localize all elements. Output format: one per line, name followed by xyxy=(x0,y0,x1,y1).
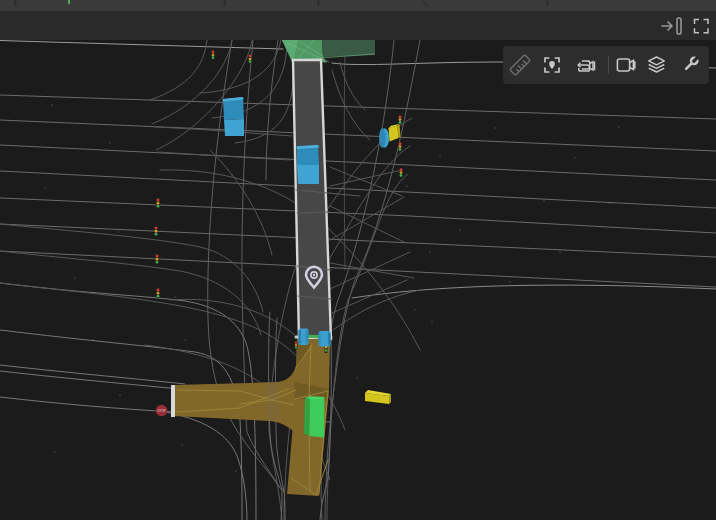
svg-text:STOP: STOP xyxy=(157,409,165,413)
